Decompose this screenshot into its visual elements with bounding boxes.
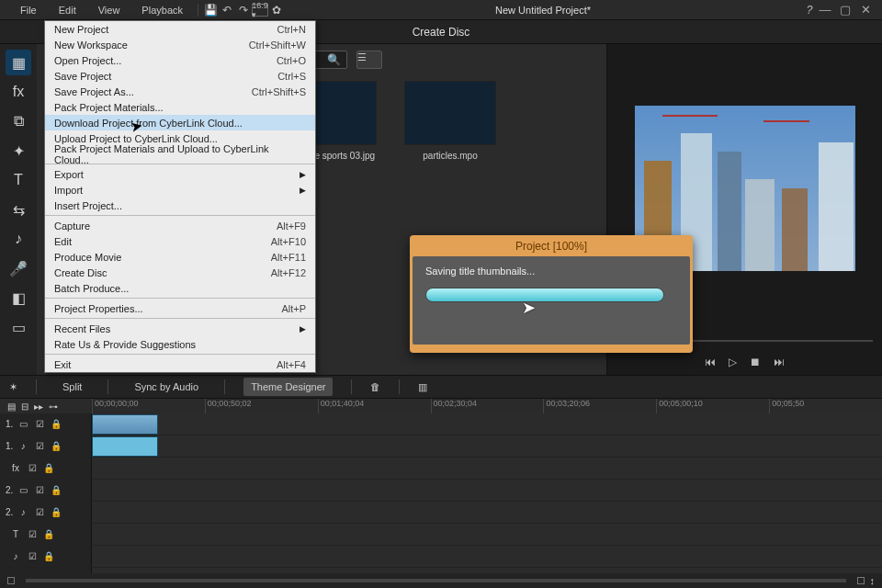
progress-bar: [425, 288, 664, 302]
more-icon[interactable]: ▥: [418, 381, 427, 393]
ruler-tick: 00;00;50;02: [205, 399, 318, 413]
track-view-icon[interactable]: ▤: [7, 401, 16, 412]
divider: [198, 4, 198, 17]
file-dropdown: New ProjectCtrl+NNew WorkspaceCtrl+Shift…: [44, 20, 316, 373]
menu-item[interactable]: ExitAlt+F4: [45, 356, 315, 372]
timeline-track[interactable]: 1.▭☑🔒: [0, 413, 882, 435]
ruler-tick: 00;00;00;00: [92, 399, 205, 413]
menu-item[interactable]: Rate Us & Provide Suggestions: [45, 336, 315, 352]
next-button[interactable]: ⏭: [774, 356, 785, 368]
menu-edit[interactable]: Edit: [48, 0, 87, 20]
redo-icon[interactable]: ↷: [235, 0, 252, 20]
timeline-ruler[interactable]: ▤ ⊟ ▸▸ ⊶ 00;00;00;0000;00;50;0200;01;40;…: [0, 399, 882, 413]
zoom-in-icon[interactable]: [857, 577, 865, 584]
progress-dialog: Project [100%] Saving title thumbnails..…: [410, 235, 693, 353]
sync-audio-button[interactable]: Sync by Audio: [127, 381, 206, 392]
menu-item[interactable]: New WorkspaceCtrl+Shift+W: [45, 37, 315, 52]
search-icon[interactable]: 🔍: [327, 53, 341, 66]
menu-item[interactable]: Project Properties...Alt+P: [45, 300, 315, 316]
timeline-track[interactable]: 2.▭☑🔒: [0, 480, 882, 502]
expand-icon[interactable]: ↕: [870, 575, 876, 586]
zoom-slider[interactable]: [26, 579, 846, 582]
dialog-title: Project [100%]: [413, 238, 690, 256]
stop-button[interactable]: ⏹: [750, 356, 761, 368]
menu-item[interactable]: Pack Project Materials and Upload to Cyb…: [45, 146, 315, 162]
library-thumb[interactable]: particles.mpo: [404, 81, 496, 161]
save-icon[interactable]: 💾: [202, 0, 219, 20]
zoom-bar: ↕: [0, 573, 882, 588]
project-title: New Untitled Project*: [285, 5, 801, 16]
ratio-icon[interactable]: 16:9 ▾: [252, 4, 268, 17]
menu-item[interactable]: Import▶: [45, 182, 315, 198]
menu-item[interactable]: Batch Produce...: [45, 280, 315, 296]
settings-icon[interactable]: ✿: [268, 0, 285, 20]
audio-room-icon[interactable]: ♪: [6, 226, 31, 252]
transition-room-icon[interactable]: ⇆: [6, 197, 31, 222]
menu-playback[interactable]: Playback: [130, 0, 194, 20]
ruler-tick: 00;05;50: [769, 399, 882, 413]
subtitle-room-icon[interactable]: ▭: [6, 314, 31, 340]
menu-view[interactable]: View: [87, 0, 131, 20]
marker-icon[interactable]: ▸▸: [34, 401, 43, 412]
menu-item[interactable]: New ProjectCtrl+N: [45, 21, 315, 37]
dialog-message: Saving title thumbnails...: [425, 266, 677, 277]
zoom-out-icon[interactable]: [7, 577, 15, 584]
timeline-track[interactable]: fx☑🔒: [0, 458, 882, 480]
link-icon[interactable]: ⊶: [49, 401, 58, 412]
maximize-button[interactable]: ▢: [838, 3, 853, 17]
ruler-tick: 00;05;00;10: [656, 399, 769, 413]
ruler-tick: 00;01;40;04: [318, 399, 431, 413]
split-button[interactable]: Split: [55, 381, 89, 392]
ruler-tick: 00;02;30;04: [431, 399, 544, 413]
side-toolbar: ▦ fx ⧉ ✦ T ⇆ ♪ 🎤 ◧ ▭: [0, 44, 37, 375]
snap-icon[interactable]: ⊟: [21, 401, 28, 412]
pip-room-icon[interactable]: ⧉: [6, 108, 31, 134]
menu-item[interactable]: Save ProjectCtrl+S: [45, 68, 315, 84]
timeline-track[interactable]: 2.♪☑🔒: [0, 502, 882, 524]
magic-cut-icon[interactable]: ✶: [9, 381, 17, 393]
help-icon[interactable]: ?: [801, 0, 818, 20]
menu-bar: File Edit View Playback 💾 ↶ ↷ 16:9 ▾ ✿ N…: [0, 0, 882, 20]
theme-designer-button[interactable]: Theme Designer: [243, 378, 333, 396]
ruler-tick: 00;03;20;06: [543, 399, 656, 413]
minimize-button[interactable]: —: [818, 3, 832, 17]
thumb-caption: particles.mpo: [423, 151, 477, 161]
timeline-toolbar: ✶ Split Sync by Audio Theme Designer 🗑 ▥: [0, 375, 882, 399]
menu-file[interactable]: File: [9, 0, 48, 20]
menu-item[interactable]: EditAlt+F10: [45, 233, 315, 249]
timeline-tracks: 1.▭☑🔒1.♪☑🔒fx☑🔒2.▭☑🔒2.♪☑🔒T☑🔒♪☑🔒♪☑🔒: [0, 413, 882, 586]
menu-item[interactable]: CaptureAlt+F9: [45, 218, 315, 233]
timeline-track[interactable]: ♪☑🔒: [0, 546, 882, 568]
play-button[interactable]: ▷: [729, 356, 737, 368]
menu-item[interactable]: Recent Files▶: [45, 321, 315, 336]
title-room-icon[interactable]: T: [6, 167, 31, 193]
menu-item[interactable]: Produce MovieAlt+F11: [45, 249, 315, 265]
voice-room-icon[interactable]: 🎤: [6, 255, 31, 281]
close-button[interactable]: ✕: [858, 3, 873, 17]
particle-room-icon[interactable]: ✦: [6, 138, 31, 164]
trash-icon[interactable]: 🗑: [370, 381, 380, 392]
menu-item[interactable]: Insert Project...: [45, 198, 315, 213]
menu-item[interactable]: Open Project...Ctrl+O: [45, 52, 315, 68]
prev-button[interactable]: ⏮: [705, 356, 716, 368]
menu-item[interactable]: Save Project As...Ctrl+Shift+S: [45, 84, 315, 99]
menu-item[interactable]: Pack Project Materials...: [45, 99, 315, 115]
timeline-track[interactable]: T☑🔒: [0, 524, 882, 546]
menu-item[interactable]: Export▶: [45, 166, 315, 182]
timeline-track[interactable]: 1.♪☑🔒: [0, 435, 882, 458]
menu-item[interactable]: Download Project from CyberLink Cloud...: [45, 115, 315, 130]
menu-item[interactable]: Create DiscAlt+F12: [45, 265, 315, 280]
library-menu-icon[interactable]: ☰: [356, 51, 382, 69]
media-room-icon[interactable]: ▦: [6, 50, 31, 75]
fx-room-icon[interactable]: fx: [6, 79, 31, 105]
undo-icon[interactable]: ↶: [219, 0, 235, 20]
chapter-room-icon[interactable]: ◧: [6, 285, 31, 311]
